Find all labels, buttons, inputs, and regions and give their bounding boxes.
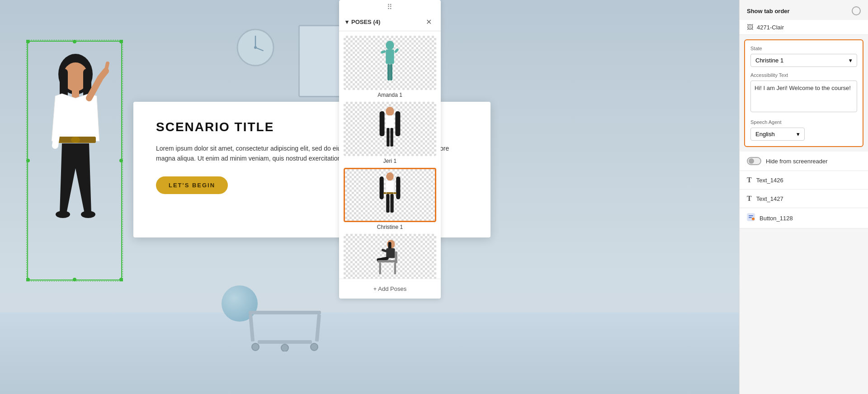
svg-rect-27 [387, 64, 390, 81]
lets-begin-button[interactable]: LET'S BEGIN [156, 176, 228, 194]
pose-label-amanda1: Amanda 1 [377, 92, 402, 98]
poses-scroll-area[interactable]: Amanda 1 Jeri 1 [339, 31, 441, 279]
pose-label-jeri1: Jeri 1 [383, 158, 396, 164]
svg-rect-35 [387, 128, 389, 146]
text-icon-1426: T [747, 176, 752, 184]
pose-figure-amanda [377, 39, 402, 87]
pose-item-jeri1[interactable]: Jeri 1 [344, 102, 436, 164]
svg-rect-57 [749, 217, 752, 218]
pose-item-marianne1[interactable]: Marianne 1 [344, 234, 436, 279]
chevron-down-icon-state: ▾ [849, 57, 852, 64]
resize-handle-ml[interactable] [26, 159, 30, 162]
text-label-1427: Text_1427 [756, 195, 783, 202]
pose-item-christine1[interactable]: Christine 1 [344, 168, 436, 230]
svg-rect-32 [380, 111, 385, 136]
resize-handle-tr[interactable] [119, 40, 123, 43]
svg-rect-43 [394, 192, 396, 194]
speech-agent-label: Speech Agent [750, 119, 857, 125]
accessibility-label: Accessibility Text [750, 72, 857, 78]
pose-figure-marianne [374, 237, 406, 279]
button-label-1128: Button_1128 [760, 215, 793, 222]
svg-point-16 [56, 211, 70, 218]
svg-rect-19 [249, 314, 255, 342]
svg-rect-26 [386, 49, 394, 64]
svg-rect-34 [386, 115, 394, 128]
poses-panel-header: ▾ POSES (4) ✕ [339, 12, 441, 31]
add-poses-button[interactable]: + Add Poses [339, 279, 441, 299]
poses-title: POSES (4) [351, 19, 380, 25]
svg-rect-20 [315, 314, 321, 342]
pose-thumb-marianne1[interactable] [344, 234, 436, 279]
hide-screenreader-toggle[interactable] [747, 157, 761, 165]
scene-floor [0, 313, 739, 394]
state-value: Christine 1 [755, 57, 783, 64]
character-figure [28, 42, 123, 281]
pose-thumb-jeri1[interactable] [344, 102, 436, 156]
hide-screenreader-label: Hide from screenreader [766, 158, 828, 165]
svg-point-22 [252, 343, 259, 351]
accessibility-section: State Christine 1 ▾ Accessibility Text H… [744, 39, 863, 147]
state-label: State [750, 46, 857, 51]
text-icon-1427: T [747, 195, 752, 203]
clock-decoration [235, 27, 276, 68]
speech-agent-dropdown[interactable]: English ▾ [750, 128, 805, 141]
svg-point-3 [254, 46, 257, 49]
close-poses-panel-button[interactable]: ✕ [423, 17, 434, 27]
text-item-1427[interactable]: T Text_1427 [740, 190, 868, 208]
panel-header: Show tab order [740, 0, 868, 20]
svg-point-25 [386, 41, 394, 50]
svg-rect-54 [394, 262, 396, 274]
svg-rect-28 [390, 64, 393, 81]
pose-thumb-christine1[interactable] [344, 168, 436, 222]
svg-point-37 [386, 172, 394, 180]
panel-title: Show tab order [747, 8, 790, 14]
image-icon: 🖼 [747, 24, 753, 31]
drag-handle[interactable]: ⠿ [339, 0, 441, 12]
tab-order-toggle[interactable] [852, 6, 861, 15]
svg-point-17 [81, 211, 95, 218]
svg-text:!: ! [753, 218, 753, 221]
accessibility-text-input[interactable]: Hi! I am Jeri! Welcome to the course! [750, 81, 857, 112]
svg-rect-18 [249, 311, 321, 314]
svg-rect-38 [380, 176, 384, 199]
resize-handle-bm[interactable] [73, 278, 76, 281]
hide-screenreader-row[interactable]: Hide from screenreader [740, 152, 868, 171]
poses-toggle[interactable]: ▾ POSES (4) [345, 19, 380, 25]
speech-agent-value: English [755, 131, 775, 138]
poses-panel: ⠿ ▾ POSES (4) ✕ [339, 0, 441, 299]
chevron-down-icon: ▾ [345, 19, 349, 25]
pose-figure-jeri [377, 105, 402, 153]
svg-rect-40 [386, 180, 394, 192]
resize-handle-br[interactable] [119, 278, 123, 281]
svg-point-14 [71, 137, 80, 143]
chevron-down-icon-speech: ▾ [797, 131, 800, 138]
resize-handle-tm[interactable] [73, 40, 76, 43]
canvas-area: SCENARIO TITLE Lorem ipsum dolor sit ame… [0, 0, 739, 394]
svg-rect-56 [749, 215, 753, 216]
svg-rect-48 [386, 248, 395, 258]
svg-rect-39 [396, 176, 400, 199]
state-dropdown[interactable]: Christine 1 ▾ [750, 54, 857, 67]
resize-handle-mr[interactable] [119, 159, 123, 162]
resize-handle-tl[interactable] [26, 40, 30, 43]
character-container[interactable] [27, 41, 122, 280]
svg-rect-41 [383, 192, 386, 194]
svg-point-24 [311, 343, 318, 351]
svg-rect-42 [386, 192, 394, 194]
button-item-1128[interactable]: ! Button_1128 [740, 208, 868, 228]
pose-item-amanda1[interactable]: Amanda 1 [344, 36, 436, 98]
svg-rect-29 [381, 50, 386, 54]
svg-rect-53 [379, 262, 381, 274]
text-item-1426[interactable]: T Text_1426 [740, 171, 868, 190]
toggle-knob [749, 158, 754, 164]
svg-rect-33 [395, 111, 400, 136]
svg-point-31 [386, 107, 394, 116]
svg-rect-21 [258, 340, 312, 344]
resize-handle-bl[interactable] [26, 278, 30, 281]
button-icon-1128: ! [747, 213, 755, 223]
pose-thumb-amanda1[interactable] [344, 36, 436, 90]
properties-panel: Show tab order 🖼 4271-Clair State Christ… [739, 0, 868, 394]
svg-rect-12 [72, 89, 79, 98]
svg-rect-52 [395, 251, 397, 263]
text-label-1426: Text_1426 [756, 177, 783, 184]
